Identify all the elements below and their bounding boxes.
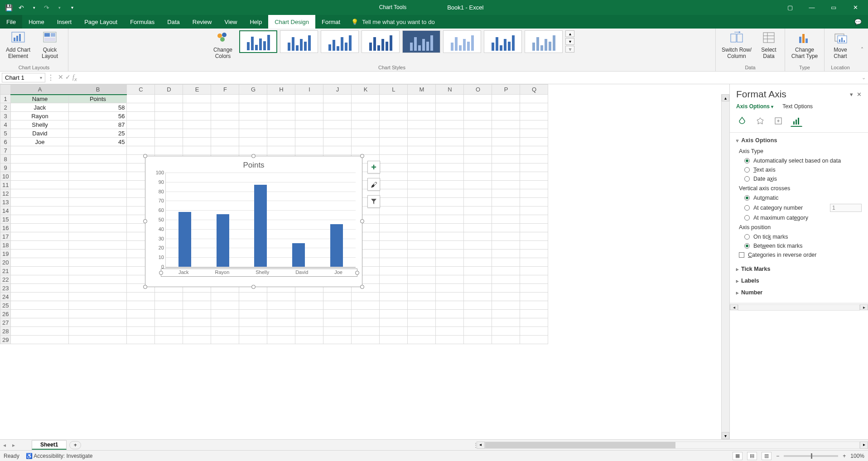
cell[interactable]: [436, 172, 464, 181]
cell[interactable]: [239, 95, 267, 103]
styles-up-icon[interactable]: ▴: [565, 30, 574, 37]
cell[interactable]: [520, 284, 548, 293]
cell[interactable]: [183, 146, 211, 155]
cell[interactable]: [69, 258, 127, 267]
cell[interactable]: [380, 241, 408, 250]
cell[interactable]: [69, 224, 127, 232]
cell[interactable]: [239, 146, 267, 155]
vac-automatic[interactable]: Automatic: [736, 193, 862, 202]
quick-layout-button[interactable]: Quick Layout: [36, 30, 63, 59]
view-page-break-icon[interactable]: ▥: [762, 452, 772, 460]
cell[interactable]: [520, 310, 548, 318]
cell[interactable]: [492, 224, 520, 232]
row-header[interactable]: 17: [0, 232, 11, 241]
cell[interactable]: [436, 301, 464, 310]
cell[interactable]: [323, 129, 352, 138]
cell[interactable]: [239, 310, 267, 318]
cell[interactable]: [408, 301, 436, 310]
cell[interactable]: [267, 103, 295, 112]
cell[interactable]: [408, 189, 436, 198]
cell[interactable]: [69, 172, 127, 181]
cell[interactable]: [352, 293, 380, 301]
cell[interactable]: [211, 301, 239, 310]
cell[interactable]: [323, 95, 352, 103]
chart-elements-button[interactable]: +: [367, 161, 380, 173]
cell[interactable]: [492, 95, 520, 103]
cell[interactable]: [520, 275, 548, 284]
cell[interactable]: [436, 206, 464, 215]
cell[interactable]: [211, 293, 239, 301]
cell[interactable]: 25: [69, 129, 127, 138]
chart-style-2[interactable]: [280, 30, 318, 53]
cell[interactable]: [69, 284, 127, 293]
cell[interactable]: [183, 336, 211, 344]
cell[interactable]: [211, 327, 239, 336]
row-header[interactable]: 16: [0, 224, 11, 232]
cell[interactable]: [380, 189, 408, 198]
cell[interactable]: [520, 336, 548, 344]
cell[interactable]: Jack: [11, 103, 69, 112]
cell[interactable]: [464, 146, 492, 155]
chart-style-5[interactable]: [402, 30, 440, 53]
cell[interactable]: [69, 189, 127, 198]
cell[interactable]: [239, 120, 267, 129]
cell[interactable]: [492, 189, 520, 198]
number-section[interactable]: ▹Number: [736, 287, 862, 298]
cell[interactable]: [492, 336, 520, 344]
cell[interactable]: [380, 250, 408, 258]
cell[interactable]: [408, 206, 436, 215]
cell[interactable]: [380, 215, 408, 224]
ribbon-display-options-icon[interactable]: ▢: [780, 0, 800, 15]
cell[interactable]: [464, 284, 492, 293]
cell[interactable]: [492, 318, 520, 327]
cell[interactable]: [183, 95, 211, 103]
undo-icon[interactable]: ↶: [16, 3, 26, 13]
cell[interactable]: [380, 146, 408, 155]
cell[interactable]: [69, 206, 127, 215]
cell[interactable]: [211, 103, 239, 112]
cell[interactable]: [155, 112, 183, 120]
cell[interactable]: [239, 301, 267, 310]
cell[interactable]: [155, 95, 183, 103]
cell[interactable]: [464, 241, 492, 250]
cell[interactable]: [239, 103, 267, 112]
cell[interactable]: [352, 301, 380, 310]
cell[interactable]: [464, 318, 492, 327]
row-header[interactable]: 24: [0, 293, 11, 301]
cell[interactable]: [183, 103, 211, 112]
cell[interactable]: [436, 95, 464, 103]
cell[interactable]: [267, 336, 295, 344]
cell[interactable]: [323, 293, 352, 301]
cell[interactable]: [323, 146, 352, 155]
cell[interactable]: [436, 155, 464, 163]
chart-bar[interactable]: [330, 224, 343, 267]
cell[interactable]: [436, 336, 464, 344]
cell[interactable]: [492, 198, 520, 206]
cell[interactable]: [69, 181, 127, 189]
chart-bar[interactable]: [292, 243, 305, 267]
pane-close-icon[interactable]: ✕: [857, 91, 862, 98]
row-header[interactable]: 10: [0, 172, 11, 181]
tab-data[interactable]: Data: [161, 15, 186, 29]
cell[interactable]: [11, 181, 69, 189]
row-header[interactable]: 7: [0, 146, 11, 155]
embedded-chart[interactable]: Points 0102030405060708090100 JackRayonS…: [145, 156, 362, 287]
row-header[interactable]: 27: [0, 318, 11, 327]
cell[interactable]: [464, 327, 492, 336]
cell[interactable]: [436, 138, 464, 146]
chart-bar[interactable]: [178, 212, 191, 267]
cell[interactable]: [492, 250, 520, 258]
cell[interactable]: [69, 318, 127, 327]
cell[interactable]: [11, 310, 69, 318]
cell[interactable]: [520, 215, 548, 224]
cell[interactable]: [295, 138, 323, 146]
zoom-in-icon[interactable]: +: [843, 453, 846, 459]
cell[interactable]: [295, 327, 323, 336]
cell[interactable]: [11, 163, 69, 172]
cell[interactable]: [239, 336, 267, 344]
cell[interactable]: 58: [69, 103, 127, 112]
cell[interactable]: [380, 258, 408, 267]
row-header[interactable]: 14: [0, 206, 11, 215]
cell[interactable]: [155, 318, 183, 327]
cell[interactable]: [492, 301, 520, 310]
